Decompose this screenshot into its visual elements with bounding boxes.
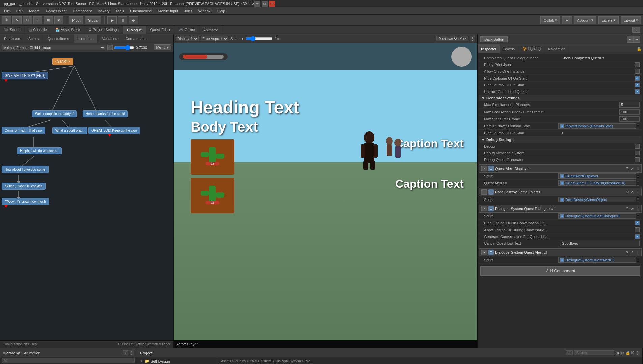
domain-settings-icon[interactable]: ⊙ (636, 124, 640, 128)
project-add-button[interactable]: + (566, 350, 573, 355)
goal-selection-value[interactable]: ▾ (562, 131, 640, 135)
node-4[interactable]: Come on, kid... That's no (2, 127, 45, 134)
node-5[interactable]: What a spoilt brat... (52, 127, 87, 134)
script-settings-3[interactable]: ⊙ (636, 214, 640, 218)
dont-destroy-script-value[interactable]: ◉ DontDestroyGameObject (558, 197, 636, 202)
menu-cinemachine[interactable]: Cinemachine (127, 8, 154, 14)
tab-game[interactable]: 🎮 Game (175, 26, 199, 34)
script-settings-4[interactable]: ⊙ (636, 257, 640, 262)
hide-dialogue-checkbox[interactable] (635, 76, 640, 81)
scale-slider[interactable] (114, 45, 134, 50)
node-3[interactable]: Hehe, thanks for the cooki (83, 110, 128, 117)
completed-quest-value[interactable]: Show Completed Quest ▾ (562, 56, 640, 60)
inspector-tab-inspector[interactable]: Inspector (478, 44, 500, 53)
goal-selection-dropdown[interactable]: ▾ (562, 131, 564, 135)
project-settings-icon[interactable]: ⚙ (620, 351, 624, 355)
quest-alert-ui-value[interactable]: ◉ Quest Alert UI (UnityUIQuestAlertUI) (558, 180, 636, 186)
component-enabled-toggle-4[interactable]: ✓ (481, 250, 487, 255)
inspector-tab-lighting[interactable]: 🔆 Lighting (519, 44, 545, 53)
subtab-database[interactable]: Database (0, 34, 24, 43)
node-2[interactable]: Well, complain to daddy if (32, 110, 77, 117)
allow-original-ui-checkbox[interactable] (635, 228, 640, 232)
close-button[interactable]: ✕ (269, 1, 275, 7)
game-more-button[interactable]: ⋮ (470, 36, 475, 41)
max-steps-input[interactable] (619, 116, 640, 122)
max-planners-input[interactable] (619, 102, 640, 108)
add-npc-button[interactable]: + (107, 45, 113, 50)
nav-forward-arrow[interactable]: → (634, 36, 640, 43)
tool-rotate[interactable]: ↺ (23, 16, 32, 24)
component-quest-alert-ui-header[interactable]: ✓ ⊡ Dialogue System Quest Alert UI ? ↗ ⋮ (479, 248, 642, 256)
quest-alert-ui-script-value[interactable]: ◉ DialogueSystemQuestAlertUI (558, 257, 636, 263)
menu-assets[interactable]: Assets (26, 8, 42, 14)
component-enabled-toggle-1[interactable]: ✓ (481, 166, 487, 171)
quest-dialogue-script-value[interactable]: ◉ DialogueSystemQuestDialogueUI (558, 213, 636, 219)
component-quest-dialogue-ui-header[interactable]: ✓ ⊡ Dialogue System Quest Dialogue UI ? … (479, 205, 642, 213)
lock-button[interactable]: 🔒 (637, 47, 642, 51)
node-1[interactable]: GIVE ME THE TOY! [END] (2, 72, 48, 79)
menu-jobs[interactable]: Jobs (181, 8, 195, 14)
component-quest-alert-displayer-header[interactable]: ✓ ⊡ Quest Alert Displayer ? ↗ ⋮ (479, 164, 642, 173)
menu-mobileinput[interactable]: Mobile Input (155, 8, 181, 14)
menu-window[interactable]: Window (196, 8, 214, 14)
maximize-on-play-button[interactable]: Maximize On Play (436, 36, 468, 41)
hierarchy-more-button[interactable]: ⋮ (130, 350, 134, 355)
component-more-4[interactable]: ⋮ (635, 250, 639, 255)
menu-gameobject[interactable]: GameObject (43, 8, 69, 14)
component-more-3[interactable]: ⋮ (635, 206, 639, 211)
layout-button[interactable]: Layout ▾ (621, 16, 641, 24)
step-button[interactable]: ⏭ (129, 16, 138, 24)
default-domain-value[interactable]: ◉ PlayerDomain (DomainType) (558, 123, 636, 129)
component-expand-2[interactable]: ↗ (630, 190, 634, 195)
untrack-completed-checkbox[interactable] (635, 89, 640, 94)
subtab-quests[interactable]: Quests/Items (43, 34, 74, 43)
minimize-button[interactable]: ─ (254, 1, 260, 7)
cancel-quest-text-input[interactable] (560, 241, 640, 246)
menu-edit[interactable]: Edit (13, 8, 25, 14)
tab-animator[interactable]: Animator (199, 26, 223, 34)
component-enabled-toggle-3[interactable]: ✓ (481, 206, 487, 211)
menu-help[interactable]: Help (215, 8, 228, 14)
pretty-print-checkbox[interactable] (635, 62, 640, 67)
completed-quest-dropdown-icon[interactable]: ▾ (602, 56, 604, 60)
back-button[interactable]: Back Button (480, 36, 508, 42)
menu-component[interactable]: Component (70, 8, 94, 14)
node-6[interactable]: GREAT JOB! Keep up the goo (88, 127, 140, 134)
component-expand-1[interactable]: ↗ (630, 166, 634, 171)
node-8[interactable]: How about I give you some (2, 166, 49, 173)
component-more-2[interactable]: ⋮ (635, 190, 639, 195)
node-10[interactable]: **Wow, it's crazy how much (2, 198, 49, 205)
hierarchy-add-button[interactable]: + (123, 350, 128, 355)
hide-original-ui-checkbox[interactable] (635, 221, 640, 225)
component-help-4[interactable]: ? (626, 250, 629, 255)
tab-project-settings[interactable]: ⚙ Project Settings (84, 26, 123, 34)
layers-button[interactable]: Layers ▾ (598, 16, 619, 24)
node-7[interactable]: Hmph, I will do whatever I (17, 147, 62, 154)
subtab-conversations[interactable]: Conversati... (121, 34, 151, 43)
component-more-1[interactable]: ⋮ (635, 166, 639, 171)
debug-settings-header[interactable]: ▼ Debug Settings (479, 136, 642, 143)
debug-quest-checkbox[interactable] (635, 157, 640, 162)
generate-quest-list-checkbox[interactable] (635, 234, 640, 239)
tab-console[interactable]: ▤ Console (25, 26, 51, 34)
subtab-actors[interactable]: Actors (24, 34, 43, 43)
global-button[interactable]: Global (85, 16, 101, 24)
quest-alert-script-value[interactable]: ◉ QuestAlertDisplayer (558, 173, 636, 179)
ui-settings-1[interactable]: ⊙ (636, 181, 640, 185)
cloud-button[interactable]: ☁ (562, 16, 572, 24)
tab-scene[interactable]: 🎬 Scene (0, 26, 25, 34)
node-9[interactable]: ok fine, I want 10 cookies (2, 183, 46, 190)
menu-file[interactable]: File (1, 8, 13, 14)
add-component-button[interactable]: Add Component (480, 266, 640, 276)
pause-button[interactable]: ⏸ (118, 16, 127, 24)
tool-hand[interactable]: ✥ (2, 16, 11, 24)
component-dont-destroy-header[interactable]: ⊡ Dont Destroy GameObjects ? ↗ ⋮ (479, 188, 642, 196)
script-settings-1[interactable]: ⊙ (636, 174, 640, 178)
scale-range[interactable] (246, 36, 273, 41)
collab-button[interactable]: Collab ▾ (540, 16, 560, 24)
hide-journal-checkbox[interactable] (635, 83, 640, 87)
account-button[interactable]: Account ▾ (574, 16, 596, 24)
inspector-tab-bakery[interactable]: Bakery (500, 44, 519, 53)
display-selector[interactable]: Display 1 (176, 36, 199, 41)
project-more[interactable]: ⋮ (636, 351, 640, 355)
